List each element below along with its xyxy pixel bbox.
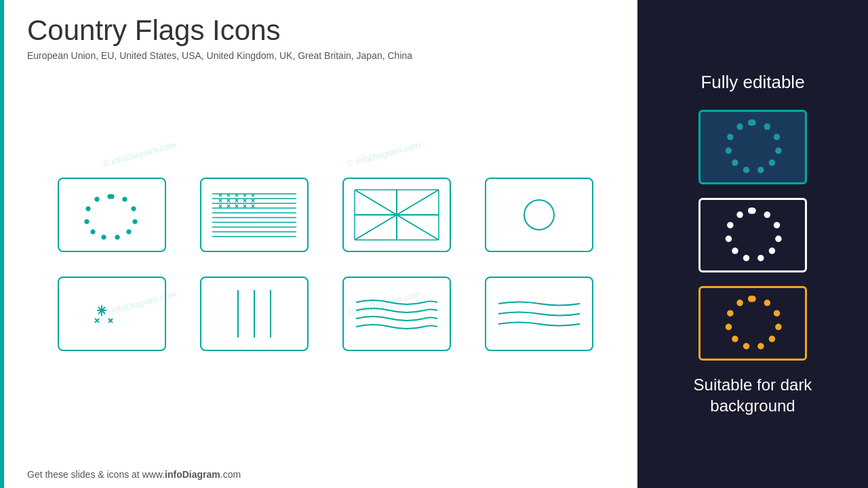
flag2-icon-3 xyxy=(342,277,451,351)
svg-point-99 xyxy=(743,343,749,349)
svg-point-10 xyxy=(95,197,99,201)
svg-point-3 xyxy=(133,220,137,224)
svg-point-88 xyxy=(732,247,738,253)
svg-point-73 xyxy=(769,159,775,165)
svg-point-98 xyxy=(757,343,764,349)
svg-point-85 xyxy=(769,247,775,253)
svg-point-104 xyxy=(748,296,754,302)
svg-point-103 xyxy=(736,300,743,306)
eu-preview-teal-svg xyxy=(701,110,805,184)
svg-point-92 xyxy=(748,207,754,214)
svg-point-84 xyxy=(775,235,781,241)
preview-eu-white xyxy=(698,198,807,272)
svg-point-74 xyxy=(757,167,764,173)
svg-point-70 xyxy=(764,123,770,129)
watermark-2: © infoDiagram.com xyxy=(346,140,422,169)
flag2-svg-3 xyxy=(349,283,444,344)
flag2-icon-2 xyxy=(200,277,309,351)
svg-point-76 xyxy=(732,159,738,165)
japan-flag-svg xyxy=(492,184,587,245)
icons-row-2 xyxy=(41,277,610,351)
japan-flag-icon xyxy=(485,178,593,252)
svg-point-5 xyxy=(115,235,119,239)
eu-flag-svg xyxy=(64,184,159,245)
svg-point-80 xyxy=(748,119,754,125)
svg-point-86 xyxy=(757,255,764,261)
svg-point-72 xyxy=(775,147,781,153)
svg-point-4 xyxy=(127,230,131,234)
flag2-svg-1 xyxy=(64,283,159,344)
right-panel-subtitle: Suitable for dark background xyxy=(651,374,854,416)
svg-point-90 xyxy=(727,222,733,228)
eu-preview-white-svg xyxy=(701,198,805,272)
icons-row-1 xyxy=(41,178,610,252)
uk-flag-icon xyxy=(342,178,451,252)
svg-point-97 xyxy=(769,336,775,342)
preview-eu-teal xyxy=(698,110,807,184)
svg-point-8 xyxy=(85,220,89,224)
page-title: Country Flags Icons xyxy=(27,15,610,46)
svg-point-71 xyxy=(774,134,780,140)
eu-flag-icon xyxy=(58,178,166,252)
svg-point-2 xyxy=(132,207,136,211)
uk-flag-svg xyxy=(349,184,444,245)
right-panel: Fully editable xyxy=(637,0,868,488)
flag2-icon-4 xyxy=(485,277,593,351)
footer: Get these slides & icons at www.infoDiag… xyxy=(0,461,637,488)
svg-point-102 xyxy=(727,310,733,316)
eu-preview-teal-box xyxy=(698,110,807,184)
flag2-svg-4 xyxy=(492,283,587,344)
right-panel-title: Fully editable xyxy=(701,72,804,93)
svg-point-95 xyxy=(774,310,780,316)
svg-point-79 xyxy=(736,123,743,129)
eu-preview-white-box xyxy=(698,198,807,272)
svg-point-11 xyxy=(108,195,112,199)
svg-point-87 xyxy=(743,255,749,261)
flag2-icon-1 xyxy=(58,277,166,351)
preview-eu-orange xyxy=(698,286,807,361)
flag2-svg-2 xyxy=(207,283,302,344)
usa-flag-icon xyxy=(200,178,309,252)
svg-point-78 xyxy=(727,134,733,140)
header: Country Flags Icons European Union, EU, … xyxy=(0,0,637,68)
usa-flag-svg xyxy=(207,184,302,245)
icons-area: © infoDiagram.com © infoDiagram.com © in… xyxy=(0,68,637,461)
footer-brand: infoDiagram xyxy=(165,469,220,480)
svg-point-83 xyxy=(774,222,780,228)
footer-text: Get these slides & icons at www. xyxy=(27,469,165,480)
svg-point-57 xyxy=(524,200,554,230)
left-panel: Country Flags Icons European Union, EU, … xyxy=(0,0,637,488)
svg-point-7 xyxy=(91,230,95,234)
svg-point-82 xyxy=(764,211,770,218)
page-subtitle: European Union, EU, United States, USA, … xyxy=(27,50,610,61)
svg-point-89 xyxy=(726,235,732,241)
svg-point-77 xyxy=(726,147,732,153)
watermark-1: © infoDiagram.com xyxy=(102,140,178,169)
svg-point-96 xyxy=(775,323,781,329)
footer-suffix: .com xyxy=(220,469,241,480)
svg-point-1 xyxy=(123,197,127,201)
svg-point-94 xyxy=(764,300,770,306)
svg-point-9 xyxy=(86,207,90,211)
svg-point-100 xyxy=(732,336,738,342)
svg-point-101 xyxy=(726,323,732,329)
svg-point-75 xyxy=(743,167,749,173)
eu-preview-orange-box xyxy=(698,286,807,361)
eu-preview-orange-svg xyxy=(701,286,805,361)
svg-point-91 xyxy=(736,211,743,218)
svg-point-6 xyxy=(102,235,106,239)
